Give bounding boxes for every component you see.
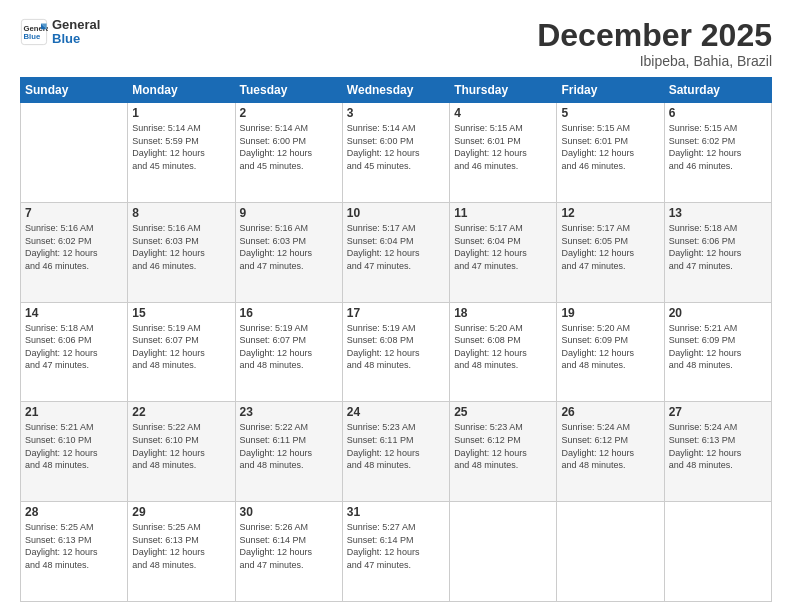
day-number: 18 [454, 306, 552, 320]
day-info: Sunrise: 5:15 AM Sunset: 6:01 PM Dayligh… [561, 122, 659, 172]
calendar-week-1: 1Sunrise: 5:14 AM Sunset: 5:59 PM Daylig… [21, 103, 772, 203]
calendar-cell: 15Sunrise: 5:19 AM Sunset: 6:07 PM Dayli… [128, 302, 235, 402]
logo: General Blue General Blue [20, 18, 100, 47]
calendar-week-4: 21Sunrise: 5:21 AM Sunset: 6:10 PM Dayli… [21, 402, 772, 502]
calendar-weekday-friday: Friday [557, 78, 664, 103]
title-block: December 2025 Ibipeba, Bahia, Brazil [537, 18, 772, 69]
month-title: December 2025 [537, 18, 772, 53]
day-info: Sunrise: 5:18 AM Sunset: 6:06 PM Dayligh… [669, 222, 767, 272]
day-number: 23 [240, 405, 338, 419]
calendar-cell: 5Sunrise: 5:15 AM Sunset: 6:01 PM Daylig… [557, 103, 664, 203]
calendar-cell: 9Sunrise: 5:16 AM Sunset: 6:03 PM Daylig… [235, 202, 342, 302]
day-number: 29 [132, 505, 230, 519]
calendar-cell: 18Sunrise: 5:20 AM Sunset: 6:08 PM Dayli… [450, 302, 557, 402]
calendar-table: SundayMondayTuesdayWednesdayThursdayFrid… [20, 77, 772, 602]
calendar-cell: 10Sunrise: 5:17 AM Sunset: 6:04 PM Dayli… [342, 202, 449, 302]
day-info: Sunrise: 5:19 AM Sunset: 6:08 PM Dayligh… [347, 322, 445, 372]
day-info: Sunrise: 5:21 AM Sunset: 6:10 PM Dayligh… [25, 421, 123, 471]
page: General Blue General Blue December 2025 … [0, 0, 792, 612]
calendar-cell: 1Sunrise: 5:14 AM Sunset: 5:59 PM Daylig… [128, 103, 235, 203]
calendar-cell: 17Sunrise: 5:19 AM Sunset: 6:08 PM Dayli… [342, 302, 449, 402]
day-info: Sunrise: 5:17 AM Sunset: 6:04 PM Dayligh… [347, 222, 445, 272]
calendar-cell [21, 103, 128, 203]
day-number: 26 [561, 405, 659, 419]
calendar-cell: 24Sunrise: 5:23 AM Sunset: 6:11 PM Dayli… [342, 402, 449, 502]
day-number: 16 [240, 306, 338, 320]
calendar-cell: 13Sunrise: 5:18 AM Sunset: 6:06 PM Dayli… [664, 202, 771, 302]
day-number: 31 [347, 505, 445, 519]
calendar-cell: 28Sunrise: 5:25 AM Sunset: 6:13 PM Dayli… [21, 502, 128, 602]
day-info: Sunrise: 5:19 AM Sunset: 6:07 PM Dayligh… [132, 322, 230, 372]
svg-text:Blue: Blue [24, 32, 41, 41]
calendar-weekday-tuesday: Tuesday [235, 78, 342, 103]
day-number: 10 [347, 206, 445, 220]
calendar-cell: 16Sunrise: 5:19 AM Sunset: 6:07 PM Dayli… [235, 302, 342, 402]
day-number: 17 [347, 306, 445, 320]
calendar-weekday-wednesday: Wednesday [342, 78, 449, 103]
calendar-cell: 25Sunrise: 5:23 AM Sunset: 6:12 PM Dayli… [450, 402, 557, 502]
calendar-week-3: 14Sunrise: 5:18 AM Sunset: 6:06 PM Dayli… [21, 302, 772, 402]
calendar-week-5: 28Sunrise: 5:25 AM Sunset: 6:13 PM Dayli… [21, 502, 772, 602]
day-number: 19 [561, 306, 659, 320]
day-info: Sunrise: 5:27 AM Sunset: 6:14 PM Dayligh… [347, 521, 445, 571]
day-number: 22 [132, 405, 230, 419]
day-number: 6 [669, 106, 767, 120]
day-number: 11 [454, 206, 552, 220]
calendar-weekday-monday: Monday [128, 78, 235, 103]
day-info: Sunrise: 5:22 AM Sunset: 6:10 PM Dayligh… [132, 421, 230, 471]
day-number: 3 [347, 106, 445, 120]
calendar-weekday-thursday: Thursday [450, 78, 557, 103]
day-number: 15 [132, 306, 230, 320]
day-info: Sunrise: 5:15 AM Sunset: 6:01 PM Dayligh… [454, 122, 552, 172]
day-info: Sunrise: 5:16 AM Sunset: 6:03 PM Dayligh… [240, 222, 338, 272]
calendar-cell: 31Sunrise: 5:27 AM Sunset: 6:14 PM Dayli… [342, 502, 449, 602]
day-number: 8 [132, 206, 230, 220]
day-number: 24 [347, 405, 445, 419]
calendar-cell: 30Sunrise: 5:26 AM Sunset: 6:14 PM Dayli… [235, 502, 342, 602]
day-info: Sunrise: 5:20 AM Sunset: 6:09 PM Dayligh… [561, 322, 659, 372]
day-info: Sunrise: 5:17 AM Sunset: 6:05 PM Dayligh… [561, 222, 659, 272]
day-info: Sunrise: 5:20 AM Sunset: 6:08 PM Dayligh… [454, 322, 552, 372]
calendar-cell: 29Sunrise: 5:25 AM Sunset: 6:13 PM Dayli… [128, 502, 235, 602]
calendar-week-2: 7Sunrise: 5:16 AM Sunset: 6:02 PM Daylig… [21, 202, 772, 302]
calendar-cell: 20Sunrise: 5:21 AM Sunset: 6:09 PM Dayli… [664, 302, 771, 402]
logo-line1: General [52, 18, 100, 32]
day-info: Sunrise: 5:14 AM Sunset: 6:00 PM Dayligh… [347, 122, 445, 172]
day-info: Sunrise: 5:16 AM Sunset: 6:03 PM Dayligh… [132, 222, 230, 272]
calendar-cell: 23Sunrise: 5:22 AM Sunset: 6:11 PM Dayli… [235, 402, 342, 502]
day-number: 12 [561, 206, 659, 220]
day-info: Sunrise: 5:14 AM Sunset: 6:00 PM Dayligh… [240, 122, 338, 172]
day-info: Sunrise: 5:16 AM Sunset: 6:02 PM Dayligh… [25, 222, 123, 272]
day-number: 9 [240, 206, 338, 220]
day-number: 30 [240, 505, 338, 519]
day-info: Sunrise: 5:23 AM Sunset: 6:11 PM Dayligh… [347, 421, 445, 471]
day-info: Sunrise: 5:14 AM Sunset: 5:59 PM Dayligh… [132, 122, 230, 172]
calendar-weekday-sunday: Sunday [21, 78, 128, 103]
calendar-cell: 14Sunrise: 5:18 AM Sunset: 6:06 PM Dayli… [21, 302, 128, 402]
day-info: Sunrise: 5:18 AM Sunset: 6:06 PM Dayligh… [25, 322, 123, 372]
calendar-cell: 2Sunrise: 5:14 AM Sunset: 6:00 PM Daylig… [235, 103, 342, 203]
day-number: 1 [132, 106, 230, 120]
day-info: Sunrise: 5:22 AM Sunset: 6:11 PM Dayligh… [240, 421, 338, 471]
day-number: 21 [25, 405, 123, 419]
day-info: Sunrise: 5:24 AM Sunset: 6:13 PM Dayligh… [669, 421, 767, 471]
day-number: 25 [454, 405, 552, 419]
day-number: 28 [25, 505, 123, 519]
day-info: Sunrise: 5:25 AM Sunset: 6:13 PM Dayligh… [25, 521, 123, 571]
calendar-header-row: SundayMondayTuesdayWednesdayThursdayFrid… [21, 78, 772, 103]
calendar-cell [450, 502, 557, 602]
calendar-cell: 8Sunrise: 5:16 AM Sunset: 6:03 PM Daylig… [128, 202, 235, 302]
day-info: Sunrise: 5:25 AM Sunset: 6:13 PM Dayligh… [132, 521, 230, 571]
day-number: 20 [669, 306, 767, 320]
day-info: Sunrise: 5:15 AM Sunset: 6:02 PM Dayligh… [669, 122, 767, 172]
calendar-cell: 11Sunrise: 5:17 AM Sunset: 6:04 PM Dayli… [450, 202, 557, 302]
calendar-weekday-saturday: Saturday [664, 78, 771, 103]
calendar-cell: 7Sunrise: 5:16 AM Sunset: 6:02 PM Daylig… [21, 202, 128, 302]
calendar-cell: 4Sunrise: 5:15 AM Sunset: 6:01 PM Daylig… [450, 103, 557, 203]
day-info: Sunrise: 5:17 AM Sunset: 6:04 PM Dayligh… [454, 222, 552, 272]
calendar-cell [557, 502, 664, 602]
day-number: 14 [25, 306, 123, 320]
calendar-cell: 3Sunrise: 5:14 AM Sunset: 6:00 PM Daylig… [342, 103, 449, 203]
day-number: 13 [669, 206, 767, 220]
day-info: Sunrise: 5:26 AM Sunset: 6:14 PM Dayligh… [240, 521, 338, 571]
